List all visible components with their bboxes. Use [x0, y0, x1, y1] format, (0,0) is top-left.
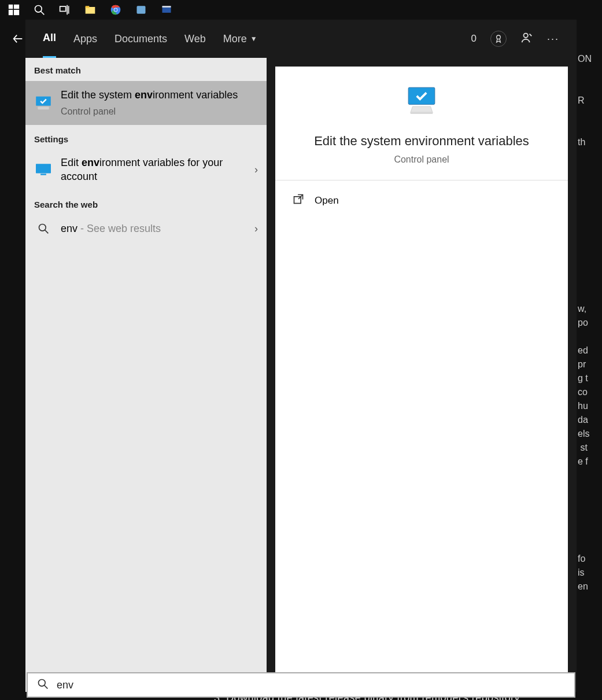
svg-point-18: [497, 35, 501, 39]
svg-rect-10: [86, 6, 90, 8]
svg-rect-28: [411, 112, 433, 114]
preview-hero: Edit the system environment variables Co…: [275, 67, 568, 180]
search-icon: [37, 678, 49, 692]
taskbar-app2-icon[interactable]: [154, 0, 179, 20]
svg-point-31: [39, 680, 46, 687]
taskview-icon[interactable]: [52, 0, 77, 20]
chevron-right-icon: ›: [254, 164, 258, 176]
svg-line-5: [41, 12, 45, 15]
result-title: Edit environment variables for your acco…: [61, 156, 246, 184]
search-icon: [34, 221, 53, 236]
chevron-down-icon: ▼: [250, 35, 257, 43]
web-result[interactable]: env - See web results ›: [25, 214, 267, 243]
open-label: Open: [315, 195, 339, 207]
svg-point-4: [35, 6, 42, 13]
svg-rect-22: [36, 164, 51, 173]
svg-point-24: [39, 224, 46, 231]
svg-rect-21: [38, 106, 49, 109]
chevron-right-icon: ›: [254, 223, 258, 235]
search-tabs: All Apps Documents Web More▼ 0 ···: [25, 20, 577, 58]
taskbar: [0, 0, 602, 20]
settings-result[interactable]: Edit environment variables for your acco…: [25, 149, 267, 191]
best-match-result[interactable]: Edit the system environment variables Co…: [25, 81, 267, 125]
taskbar-app1-icon[interactable]: [128, 0, 154, 20]
svg-rect-16: [162, 6, 171, 8]
result-title: Edit the system environment variables: [61, 88, 258, 102]
tab-more[interactable]: More▼: [223, 20, 257, 58]
search-input-bar[interactable]: [27, 672, 575, 698]
tab-label: Apps: [73, 33, 97, 45]
more-options-icon[interactable]: ···: [547, 33, 559, 45]
svg-rect-6: [60, 6, 66, 11]
results-pane: Best match Edit the system environment v…: [25, 58, 267, 692]
system-icon: [34, 95, 53, 110]
tab-label: All: [43, 32, 56, 44]
svg-rect-23: [40, 174, 46, 175]
section-best-match: Best match: [25, 58, 267, 81]
svg-rect-9: [86, 7, 95, 14]
svg-point-13: [115, 9, 117, 12]
monitor-icon: [34, 162, 53, 177]
svg-rect-1: [14, 5, 19, 9]
tab-label: Documents: [115, 33, 167, 45]
tabs-right-controls: 0 ···: [471, 31, 559, 47]
tab-label: Web: [184, 33, 206, 45]
explorer-icon[interactable]: [77, 0, 103, 20]
svg-rect-3: [14, 10, 19, 15]
svg-rect-26: [408, 87, 435, 104]
tab-apps[interactable]: Apps: [73, 20, 97, 58]
preview-pane: Edit the system environment variables Co…: [275, 67, 568, 683]
search-icon[interactable]: [27, 0, 52, 20]
svg-rect-14: [137, 6, 146, 13]
start-search-panel: All Apps Documents Web More▼ 0 ··· Best …: [25, 20, 577, 692]
tab-label: More: [223, 33, 247, 45]
result-title: env - See web results: [61, 222, 246, 235]
preview-subtitle: Control panel: [394, 154, 449, 165]
svg-rect-2: [9, 10, 13, 15]
open-external-icon: [293, 193, 304, 208]
search-input[interactable]: [57, 679, 565, 691]
svg-line-32: [45, 686, 48, 689]
start-icon[interactable]: [1, 0, 27, 20]
open-action[interactable]: Open: [275, 180, 568, 220]
background-side-text: ON R th w, po ed pr g t co hu da els st …: [578, 52, 602, 594]
svg-point-19: [523, 34, 527, 38]
tab-web[interactable]: Web: [184, 20, 206, 58]
back-button[interactable]: [12, 32, 24, 47]
rewards-icon[interactable]: [490, 31, 507, 47]
svg-rect-0: [9, 5, 13, 9]
rewards-points: 0: [471, 33, 477, 45]
chrome-icon[interactable]: [103, 0, 128, 20]
svg-line-25: [45, 230, 49, 234]
feedback-icon[interactable]: [520, 31, 533, 46]
result-subtitle: Control panel: [61, 105, 258, 118]
section-settings: Settings: [25, 125, 267, 149]
tab-documents[interactable]: Documents: [115, 20, 167, 58]
tab-all[interactable]: All: [43, 20, 56, 58]
section-search-web: Search the web: [25, 190, 267, 214]
system-large-icon: [403, 84, 440, 119]
preview-title: Edit the system environment variables: [314, 134, 529, 149]
